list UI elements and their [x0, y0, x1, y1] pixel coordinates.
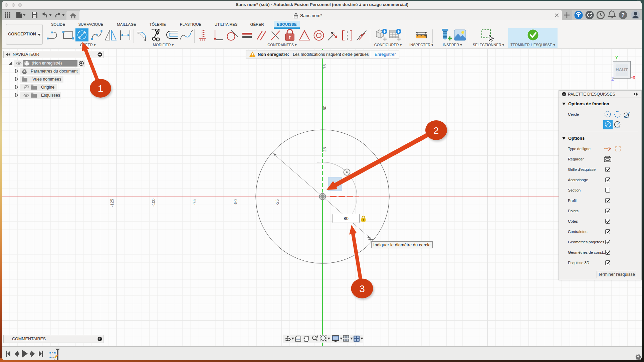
svg-text:?: ?	[621, 12, 625, 18]
